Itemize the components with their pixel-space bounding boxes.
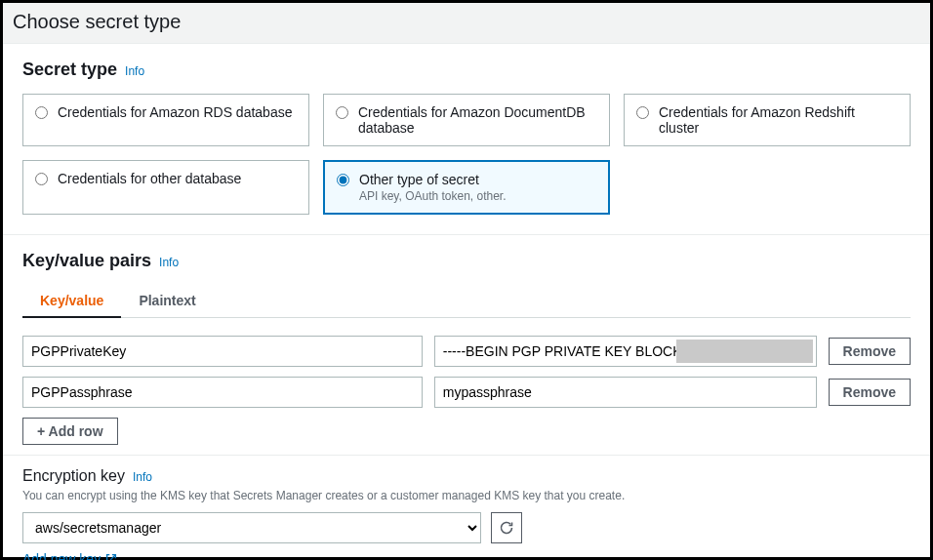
tile-other-db-label: Credentials for other database (58, 171, 241, 186)
tile-other-secret-sub: API key, OAuth token, other. (359, 189, 507, 203)
refresh-button[interactable] (491, 512, 522, 543)
radio-other-db[interactable] (35, 173, 48, 185)
tab-plaintext[interactable]: Plaintext (121, 285, 213, 317)
kv-row-0: Remove (22, 336, 911, 367)
add-row-button[interactable]: + Add row (22, 418, 118, 445)
add-new-key-link[interactable]: Add new key (22, 551, 118, 560)
radio-other-secret[interactable] (337, 174, 349, 186)
kv-value-input-1[interactable] (434, 377, 817, 408)
remove-button-1[interactable]: Remove (829, 379, 911, 406)
info-link-kv[interactable]: Info (159, 256, 179, 269)
secret-type-title: Secret type (22, 60, 117, 80)
encryption-desc: You can encrypt using the KMS key that S… (22, 489, 911, 502)
remove-button-0[interactable]: Remove (829, 338, 911, 365)
radio-redshift[interactable] (636, 106, 649, 119)
tile-other-secret[interactable]: Other type of secret API key, OAuth toke… (323, 160, 610, 215)
encryption-title: Encryption key (22, 467, 125, 485)
refresh-icon (499, 520, 514, 536)
tile-other-secret-label: Other type of secret (359, 172, 507, 187)
tile-redshift-label: Credentials for Amazon Redshift cluster (659, 104, 898, 136)
kv-key-input-1[interactable] (22, 377, 423, 408)
tile-other-db[interactable]: Credentials for other database (22, 160, 309, 215)
info-link-secret-type[interactable]: Info (125, 64, 144, 78)
radio-rds[interactable] (35, 106, 48, 119)
encryption-key-select[interactable]: aws/secretsmanager (22, 512, 481, 543)
tile-documentdb[interactable]: Credentials for Amazon DocumentDB databa… (323, 94, 610, 146)
page-header: Choose secret type (3, 3, 930, 44)
info-link-encryption[interactable]: Info (133, 470, 152, 484)
masked-overlay-0 (676, 340, 813, 363)
kv-key-input-0[interactable] (22, 336, 423, 367)
kv-title: Key/value pairs (22, 251, 151, 271)
kv-row-1: Remove (22, 377, 911, 408)
radio-documentdb[interactable] (336, 106, 348, 119)
tile-documentdb-label: Credentials for Amazon DocumentDB databa… (358, 104, 597, 136)
tab-key-value[interactable]: Key/value (22, 285, 121, 318)
tile-rds[interactable]: Credentials for Amazon RDS database (22, 94, 309, 146)
external-link-icon (104, 552, 118, 560)
page-title: Choose secret type (13, 11, 181, 32)
tile-rds-label: Credentials for Amazon RDS database (58, 104, 292, 120)
tile-redshift[interactable]: Credentials for Amazon Redshift cluster (624, 94, 911, 146)
